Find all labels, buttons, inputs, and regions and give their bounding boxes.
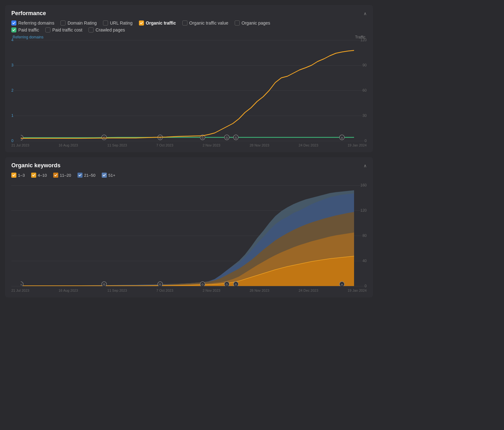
y-right-0: 0: [364, 139, 367, 143]
badge-icon-1-3: [11, 173, 16, 178]
ok-y-right-80: 80: [363, 233, 367, 238]
y-right-30: 30: [363, 113, 367, 118]
badge-label-21-50: 21–50: [84, 173, 95, 178]
cb-label-organic-traffic-value: Organic traffic value: [189, 20, 228, 26]
svg-text:G: G: [235, 283, 237, 286]
organic-keywords-header: Organic keywords ∧: [11, 162, 367, 169]
performance-panel: Performance ∧ Referring domains Domain R…: [5, 5, 373, 152]
y-right-90: 90: [363, 63, 367, 67]
badge-4-10[interactable]: 4–10: [31, 173, 47, 178]
cb-crawled-pages[interactable]: Crawled pages: [89, 27, 125, 32]
performance-collapse-icon[interactable]: ∧: [364, 11, 367, 16]
badge-21-50[interactable]: 21–50: [77, 173, 95, 178]
y-left-4: 4: [11, 38, 14, 42]
cb-url-rating[interactable]: URL Rating: [103, 20, 133, 26]
performance-chart-area: 4 3 2 1 0 120 90 60 30 0 a G G: [11, 40, 367, 141]
ok-x-label-7: 19 Jan 2024: [347, 289, 367, 292]
cb-referring-domains[interactable]: Referring domains: [11, 20, 54, 26]
axis-left-label: Referring domains: [13, 35, 43, 39]
ok-x-label-3: 7 Oct 2023: [156, 289, 173, 292]
keyword-badges-row: 1–3 4–10 11–20 21–50 51+: [11, 173, 367, 178]
cb-icon-organic-pages: [235, 20, 240, 26]
cb-label-domain-rating: Domain Rating: [67, 20, 97, 26]
organic-keywords-chart-container: . 160 120 80 40 0: [11, 180, 367, 292]
performance-axis-top: Referring domains Traffic: [11, 35, 367, 39]
cb-icon-url-rating: [103, 20, 108, 26]
cb-organic-traffic-value[interactable]: Organic traffic value: [182, 20, 228, 26]
cb-icon-paid-traffic-cost: [45, 27, 50, 32]
ok-x-label-0: 21 Jul 2023: [11, 289, 29, 292]
x-label-6: 24 Dec 2023: [299, 143, 318, 147]
badge-label-11-20: 11–20: [60, 173, 71, 178]
cb-label-referring-domains: Referring domains: [18, 20, 54, 26]
organic-keywords-x-labels: 21 Jul 2023 16 Aug 2023 11 Sep 2023 7 Oc…: [11, 287, 367, 292]
cb-icon-organic-traffic-value: [182, 20, 187, 26]
svg-text:G: G: [235, 136, 237, 139]
cb-icon-domain-rating: [60, 20, 66, 26]
ok-y-right-40: 40: [363, 259, 367, 263]
y-right-120: 120: [360, 38, 367, 42]
grid-line-bottom: [11, 141, 367, 141]
badge-1-3[interactable]: 1–3: [11, 173, 25, 178]
x-label-3: 7 Oct 2023: [156, 143, 173, 147]
badge-icon-4-10: [31, 173, 36, 178]
x-label-1: 16 Aug 2023: [59, 143, 78, 147]
svg-text:a: a: [341, 283, 343, 286]
cb-icon-crawled-pages: [89, 27, 94, 32]
cb-label-paid-traffic-cost: Paid traffic cost: [52, 27, 82, 32]
organic-keywords-panel: Organic keywords ∧ 1–3 4–10 11–20 2: [5, 157, 373, 297]
cb-domain-rating[interactable]: Domain Rating: [60, 20, 97, 26]
organic-keywords-collapse-icon[interactable]: ∧: [364, 163, 367, 168]
svg-text:G: G: [103, 283, 105, 286]
cb-label-organic-traffic: Organic traffic: [146, 20, 176, 26]
ok-x-label-4: 2 Nov 2023: [203, 289, 220, 292]
y-left-2: 2: [11, 88, 14, 93]
ok-y-right-120: 120: [360, 208, 367, 213]
svg-text:G: G: [226, 136, 228, 139]
badge-label-4-10: 4–10: [38, 173, 47, 178]
performance-title: Performance: [11, 10, 46, 17]
ok-x-label-5: 28 Nov 2023: [249, 289, 269, 292]
badge-icon-21-50: [77, 173, 83, 178]
svg-text:a: a: [341, 136, 343, 139]
organic-keywords-title: Organic keywords: [11, 162, 60, 169]
ok-x-label-6: 24 Dec 2023: [299, 289, 318, 292]
performance-svg: a G G G G G a: [21, 40, 354, 141]
cb-paid-traffic[interactable]: Paid traffic: [11, 27, 39, 32]
cb-label-paid-traffic: Paid traffic: [18, 27, 39, 32]
badge-51-plus[interactable]: 51+: [102, 173, 115, 178]
badge-11-20[interactable]: 11–20: [53, 173, 71, 178]
x-label-5: 28 Nov 2023: [249, 143, 269, 147]
svg-text:G: G: [103, 136, 105, 139]
ok-y-right-0: 0: [364, 284, 367, 288]
y-right-60: 60: [363, 88, 367, 93]
x-label-7: 19 Jan 2024: [347, 143, 367, 147]
svg-text:G: G: [226, 283, 228, 286]
axis-left-placeholder: .: [13, 180, 14, 185]
cb-label-url-rating: URL Rating: [110, 20, 133, 26]
checkbox-row-2: Paid traffic Paid traffic cost Crawled p…: [11, 27, 367, 32]
cb-organic-traffic[interactable]: Organic traffic: [139, 20, 176, 26]
performance-chart-container: Referring domains Traffic 4 3 2 1 0 120 …: [11, 35, 367, 147]
badge-label-51-plus: 51+: [108, 173, 115, 178]
cb-icon-organic-traffic: [139, 20, 144, 26]
ok-y-right-160: 160: [360, 183, 367, 187]
ok-x-label-1: 16 Aug 2023: [59, 289, 78, 292]
svg-text:G: G: [159, 136, 161, 139]
organic-keywords-chart-area: 160 120 80 40 0 a: [11, 185, 367, 286]
organic-keywords-axis-top: .: [11, 180, 367, 185]
svg-text:G: G: [202, 136, 204, 139]
cb-paid-traffic-cost[interactable]: Paid traffic cost: [45, 27, 82, 32]
y-left-1: 1: [11, 113, 14, 118]
y-left-3: 3: [11, 63, 14, 67]
cb-icon-referring-domains: [11, 20, 16, 26]
organic-keywords-svg: a G G G G G a: [21, 185, 354, 286]
x-label-0: 21 Jul 2023: [11, 143, 29, 147]
cb-label-organic-pages: Organic pages: [242, 20, 270, 26]
cb-icon-paid-traffic: [11, 27, 16, 32]
cb-organic-pages[interactable]: Organic pages: [235, 20, 270, 26]
badge-icon-51-plus: [102, 173, 107, 178]
cb-label-crawled-pages: Crawled pages: [95, 27, 125, 32]
ok-x-label-2: 11 Sep 2023: [107, 289, 127, 292]
x-label-4: 2 Nov 2023: [203, 143, 220, 147]
